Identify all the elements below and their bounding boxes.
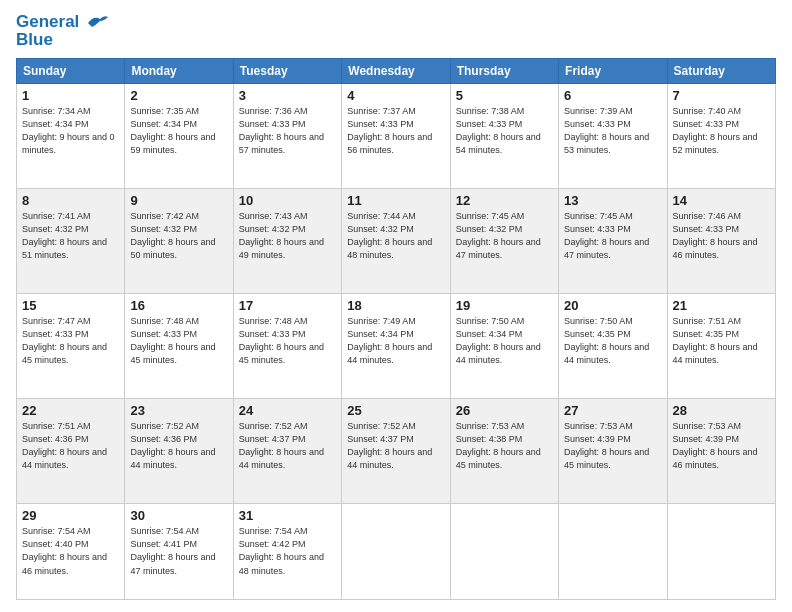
logo-blue: Blue (16, 30, 108, 50)
calendar-cell: 22 Sunrise: 7:51 AM Sunset: 4:36 PM Dayl… (17, 399, 125, 504)
day-info: Sunrise: 7:44 AM Sunset: 4:32 PM Dayligh… (347, 210, 444, 262)
day-info: Sunrise: 7:45 AM Sunset: 4:32 PM Dayligh… (456, 210, 553, 262)
day-number: 14 (673, 193, 770, 208)
day-number: 10 (239, 193, 336, 208)
calendar-cell: 26 Sunrise: 7:53 AM Sunset: 4:38 PM Dayl… (450, 399, 558, 504)
day-number: 1 (22, 88, 119, 103)
day-number: 30 (130, 508, 227, 523)
calendar-cell: 21 Sunrise: 7:51 AM Sunset: 4:35 PM Dayl… (667, 293, 775, 398)
day-number: 15 (22, 298, 119, 313)
day-number: 5 (456, 88, 553, 103)
calendar-cell: 8 Sunrise: 7:41 AM Sunset: 4:32 PM Dayli… (17, 188, 125, 293)
day-info: Sunrise: 7:35 AM Sunset: 4:34 PM Dayligh… (130, 105, 227, 157)
logo: General Blue (16, 12, 108, 50)
calendar-cell: 31 Sunrise: 7:54 AM Sunset: 4:42 PM Dayl… (233, 504, 341, 600)
day-number: 8 (22, 193, 119, 208)
day-info: Sunrise: 7:39 AM Sunset: 4:33 PM Dayligh… (564, 105, 661, 157)
calendar-cell: 28 Sunrise: 7:53 AM Sunset: 4:39 PM Dayl… (667, 399, 775, 504)
day-number: 13 (564, 193, 661, 208)
calendar-table: SundayMondayTuesdayWednesdayThursdayFrid… (16, 58, 776, 600)
calendar-cell: 16 Sunrise: 7:48 AM Sunset: 4:33 PM Dayl… (125, 293, 233, 398)
header: General Blue (16, 12, 776, 50)
day-info: Sunrise: 7:49 AM Sunset: 4:34 PM Dayligh… (347, 315, 444, 367)
day-number: 27 (564, 403, 661, 418)
day-info: Sunrise: 7:52 AM Sunset: 4:37 PM Dayligh… (347, 420, 444, 472)
calendar-cell: 23 Sunrise: 7:52 AM Sunset: 4:36 PM Dayl… (125, 399, 233, 504)
day-info: Sunrise: 7:54 AM Sunset: 4:41 PM Dayligh… (130, 525, 227, 577)
calendar-cell: 1 Sunrise: 7:34 AM Sunset: 4:34 PM Dayli… (17, 83, 125, 188)
calendar-cell: 9 Sunrise: 7:42 AM Sunset: 4:32 PM Dayli… (125, 188, 233, 293)
calendar-week-1: 1 Sunrise: 7:34 AM Sunset: 4:34 PM Dayli… (17, 83, 776, 188)
calendar-cell: 2 Sunrise: 7:35 AM Sunset: 4:34 PM Dayli… (125, 83, 233, 188)
day-number: 29 (22, 508, 119, 523)
day-number: 2 (130, 88, 227, 103)
day-number: 17 (239, 298, 336, 313)
day-info: Sunrise: 7:52 AM Sunset: 4:36 PM Dayligh… (130, 420, 227, 472)
calendar-cell (559, 504, 667, 600)
day-number: 19 (456, 298, 553, 313)
day-number: 11 (347, 193, 444, 208)
day-info: Sunrise: 7:48 AM Sunset: 4:33 PM Dayligh… (130, 315, 227, 367)
calendar-week-3: 15 Sunrise: 7:47 AM Sunset: 4:33 PM Dayl… (17, 293, 776, 398)
calendar-cell: 30 Sunrise: 7:54 AM Sunset: 4:41 PM Dayl… (125, 504, 233, 600)
day-info: Sunrise: 7:54 AM Sunset: 4:42 PM Dayligh… (239, 525, 336, 577)
day-info: Sunrise: 7:47 AM Sunset: 4:33 PM Dayligh… (22, 315, 119, 367)
day-number: 16 (130, 298, 227, 313)
weekday-header-sunday: Sunday (17, 58, 125, 83)
calendar-cell: 3 Sunrise: 7:36 AM Sunset: 4:33 PM Dayli… (233, 83, 341, 188)
calendar-cell: 10 Sunrise: 7:43 AM Sunset: 4:32 PM Dayl… (233, 188, 341, 293)
day-number: 25 (347, 403, 444, 418)
logo-text: General (16, 12, 108, 32)
calendar-cell (450, 504, 558, 600)
page: General Blue SundayMondayTuesdayWednesda… (0, 0, 792, 612)
calendar-cell: 19 Sunrise: 7:50 AM Sunset: 4:34 PM Dayl… (450, 293, 558, 398)
day-number: 20 (564, 298, 661, 313)
calendar-cell: 13 Sunrise: 7:45 AM Sunset: 4:33 PM Dayl… (559, 188, 667, 293)
calendar-cell: 5 Sunrise: 7:38 AM Sunset: 4:33 PM Dayli… (450, 83, 558, 188)
day-info: Sunrise: 7:53 AM Sunset: 4:39 PM Dayligh… (673, 420, 770, 472)
calendar-week-5: 29 Sunrise: 7:54 AM Sunset: 4:40 PM Dayl… (17, 504, 776, 600)
weekday-header-thursday: Thursday (450, 58, 558, 83)
calendar-cell: 11 Sunrise: 7:44 AM Sunset: 4:32 PM Dayl… (342, 188, 450, 293)
weekday-header-wednesday: Wednesday (342, 58, 450, 83)
day-number: 4 (347, 88, 444, 103)
day-number: 24 (239, 403, 336, 418)
day-info: Sunrise: 7:48 AM Sunset: 4:33 PM Dayligh… (239, 315, 336, 367)
day-number: 9 (130, 193, 227, 208)
day-number: 18 (347, 298, 444, 313)
day-info: Sunrise: 7:45 AM Sunset: 4:33 PM Dayligh… (564, 210, 661, 262)
calendar-cell: 4 Sunrise: 7:37 AM Sunset: 4:33 PM Dayli… (342, 83, 450, 188)
day-number: 21 (673, 298, 770, 313)
calendar-week-2: 8 Sunrise: 7:41 AM Sunset: 4:32 PM Dayli… (17, 188, 776, 293)
day-info: Sunrise: 7:37 AM Sunset: 4:33 PM Dayligh… (347, 105, 444, 157)
day-info: Sunrise: 7:38 AM Sunset: 4:33 PM Dayligh… (456, 105, 553, 157)
day-info: Sunrise: 7:53 AM Sunset: 4:39 PM Dayligh… (564, 420, 661, 472)
calendar-cell: 29 Sunrise: 7:54 AM Sunset: 4:40 PM Dayl… (17, 504, 125, 600)
day-number: 31 (239, 508, 336, 523)
day-number: 23 (130, 403, 227, 418)
calendar-cell: 7 Sunrise: 7:40 AM Sunset: 4:33 PM Dayli… (667, 83, 775, 188)
weekday-header-friday: Friday (559, 58, 667, 83)
weekday-header-monday: Monday (125, 58, 233, 83)
day-number: 22 (22, 403, 119, 418)
calendar-cell: 24 Sunrise: 7:52 AM Sunset: 4:37 PM Dayl… (233, 399, 341, 504)
day-info: Sunrise: 7:52 AM Sunset: 4:37 PM Dayligh… (239, 420, 336, 472)
weekday-header-tuesday: Tuesday (233, 58, 341, 83)
day-info: Sunrise: 7:46 AM Sunset: 4:33 PM Dayligh… (673, 210, 770, 262)
day-number: 12 (456, 193, 553, 208)
calendar-cell (342, 504, 450, 600)
calendar-cell (667, 504, 775, 600)
calendar-cell: 12 Sunrise: 7:45 AM Sunset: 4:32 PM Dayl… (450, 188, 558, 293)
calendar-cell: 27 Sunrise: 7:53 AM Sunset: 4:39 PM Dayl… (559, 399, 667, 504)
day-info: Sunrise: 7:50 AM Sunset: 4:35 PM Dayligh… (564, 315, 661, 367)
calendar-cell: 14 Sunrise: 7:46 AM Sunset: 4:33 PM Dayl… (667, 188, 775, 293)
day-info: Sunrise: 7:41 AM Sunset: 4:32 PM Dayligh… (22, 210, 119, 262)
day-info: Sunrise: 7:50 AM Sunset: 4:34 PM Dayligh… (456, 315, 553, 367)
calendar-cell: 17 Sunrise: 7:48 AM Sunset: 4:33 PM Dayl… (233, 293, 341, 398)
day-info: Sunrise: 7:51 AM Sunset: 4:35 PM Dayligh… (673, 315, 770, 367)
calendar-cell: 6 Sunrise: 7:39 AM Sunset: 4:33 PM Dayli… (559, 83, 667, 188)
calendar-cell: 18 Sunrise: 7:49 AM Sunset: 4:34 PM Dayl… (342, 293, 450, 398)
day-info: Sunrise: 7:51 AM Sunset: 4:36 PM Dayligh… (22, 420, 119, 472)
day-number: 6 (564, 88, 661, 103)
day-info: Sunrise: 7:54 AM Sunset: 4:40 PM Dayligh… (22, 525, 119, 577)
